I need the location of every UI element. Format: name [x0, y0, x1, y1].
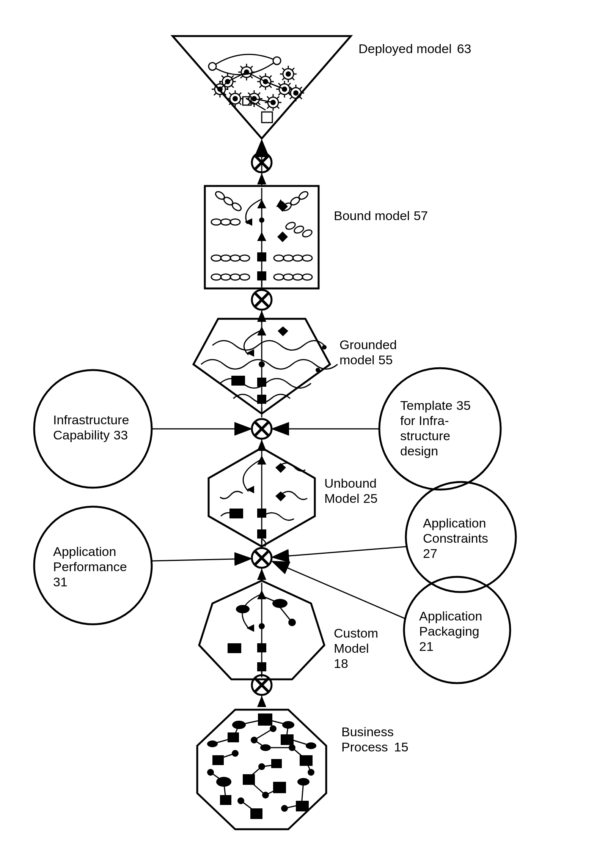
svg-marker-72 — [257, 590, 266, 599]
svg-rect-32 — [262, 112, 272, 123]
svg-rect-87 — [212, 755, 224, 765]
svg-text:Application
    Constraints
  : Application Constraints 27 — [423, 516, 492, 561]
stage-grounded: Grounded model55 — [193, 319, 401, 414]
svg-text:Application
    Packaging
    : Application Packaging 21 — [419, 609, 486, 654]
svg-line-144 — [273, 546, 408, 557]
svg-point-30 — [209, 63, 216, 70]
svg-rect-92 — [296, 801, 309, 811]
svg-text:Infrastructure
    Capability3: Infrastructure Capability33 — [53, 413, 133, 442]
svg-point-55 — [259, 361, 265, 367]
svg-rect-57 — [231, 376, 245, 386]
svg-text:Template35
    for Infra-
    : Template35 for Infra- structure design — [400, 398, 474, 458]
stage-unbound: Unbound Model25 — [209, 448, 380, 546]
input-app-performance: Application Performance 31 — [34, 507, 250, 624]
svg-line-121 — [292, 748, 305, 759]
svg-point-77 — [259, 623, 265, 629]
svg-text:Application
    Performance
  : Application Performance 31 — [53, 544, 130, 589]
svg-rect-58 — [257, 395, 266, 404]
svg-line-147 — [273, 562, 405, 619]
svg-point-59 — [322, 345, 327, 350]
stage-business: Business Process15 — [197, 710, 409, 829]
svg-marker-53 — [278, 326, 288, 336]
svg-line-82 — [280, 607, 292, 622]
svg-line-118 — [254, 740, 266, 748]
label-custom: Custom Model 18 — [334, 626, 382, 671]
label-unbound: Unbound Model25 — [324, 476, 380, 506]
svg-rect-94 — [271, 759, 282, 768]
svg-marker-52 — [257, 326, 266, 335]
svg-line-122 — [248, 767, 262, 778]
stage-custom: Custom Model 18 — [199, 581, 382, 679]
svg-marker-63 — [257, 455, 266, 465]
svg-rect-67 — [257, 509, 266, 518]
svg-marker-47 — [277, 232, 288, 242]
svg-rect-79 — [228, 643, 241, 653]
label-deployed: Deployed model63 — [358, 41, 471, 56]
svg-line-126 — [248, 780, 266, 795]
svg-rect-78 — [257, 643, 266, 652]
label-bound: Bound model57 — [334, 208, 428, 223]
label-business: Business Process15 — [341, 724, 409, 754]
svg-line-141 — [152, 559, 250, 561]
stage-bound: Bound model57 — [205, 186, 428, 288]
input-app-constraints: Application Constraints 27 — [273, 482, 516, 592]
svg-point-31 — [273, 57, 281, 65]
stage-deployed: Deployed model63 — [173, 36, 471, 139]
label-grounded: Grounded model55 — [339, 337, 401, 367]
svg-marker-76 — [247, 624, 254, 632]
svg-point-60 — [316, 368, 320, 372]
input-app-packaging: Application Packaging 21 — [273, 562, 510, 683]
svg-line-128 — [241, 801, 256, 812]
svg-marker-66 — [247, 486, 254, 493]
svg-rect-56 — [257, 378, 266, 387]
svg-rect-80 — [257, 662, 266, 671]
svg-line-38 — [254, 99, 273, 102]
svg-line-132 — [254, 729, 273, 740]
svg-rect-69 — [257, 529, 266, 539]
input-infra-capability: Infrastructure Capability33 — [34, 370, 250, 488]
